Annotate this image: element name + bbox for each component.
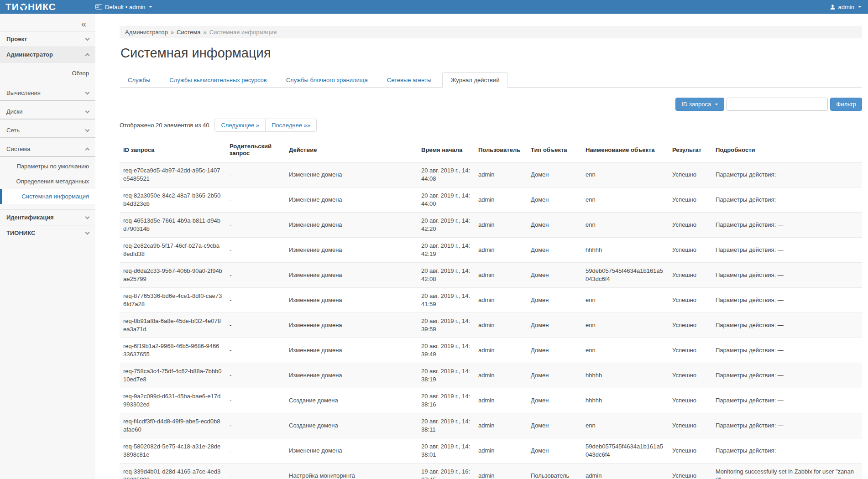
chevron-down-icon [85, 127, 90, 132]
col-header-details: Подробности [712, 138, 862, 162]
table-row: req-87765336-bd6e-4ce1-8df0-cae736fd7a28… [120, 288, 862, 313]
details-cell: Параметры действия: — [712, 388, 862, 413]
parent-request-cell: - [226, 213, 285, 238]
logo[interactable]: ТИ НИКС [0, 1, 95, 12]
filter-toolbar: ID запроса Фильтр [120, 98, 862, 111]
sidebar-collapse-row: « [0, 14, 95, 31]
details-cell: Параметры действия: — [712, 238, 862, 263]
result-cell: Успешно [669, 288, 712, 313]
sidebar-item-label: Проект [6, 36, 27, 42]
parent-request-cell: - [226, 388, 285, 413]
start-time-cell: 20 авг. 2019 г., 14:42:08 [418, 263, 475, 288]
user-cell: admin [475, 263, 527, 288]
pager: Следующее » Последнее »» [214, 119, 317, 132]
result-cell: Успешно [669, 187, 712, 213]
col-header-parent-request: Родительский запрос [226, 138, 285, 162]
chevron-down-icon [715, 104, 718, 105]
parent-request-cell: - [226, 313, 285, 338]
start-time-cell: 20 авг. 2019 г., 14:44:00 [418, 187, 475, 213]
admin-panel: Обзор Вычисления Диски Сеть Система Пара… [0, 62, 95, 207]
filter-submit-button[interactable]: Фильтр [830, 98, 862, 111]
next-page-button[interactable]: Следующее » [215, 119, 265, 131]
start-time-cell: 20 авг. 2019 г., 14:39:49 [418, 338, 475, 363]
object-name-cell: enn [582, 338, 669, 363]
sidebar-item-tionix[interactable]: ТИОНИКС [0, 225, 95, 240]
table-row: req-e70ca9d5-4b97-42dd-a95c-1407e5485521… [120, 162, 862, 187]
filter-field-dropdown[interactable]: ID запроса [675, 98, 724, 111]
details-cell: Параметры действия: — [712, 413, 862, 438]
chevron-up-icon [85, 147, 90, 152]
page-title: Системная информация [120, 46, 862, 61]
col-header-object-type: Тип объекта [527, 138, 582, 162]
action-cell: Изменение домена [285, 213, 418, 238]
tab-action-log[interactable]: Журнал действий [442, 72, 507, 88]
parent-request-cell: - [226, 187, 285, 213]
breadcrumb-system[interactable]: Система [177, 29, 200, 36]
tab-network-agents[interactable]: Сетевые агенты [379, 72, 440, 88]
details-cell: Параметры действия: — [712, 162, 862, 187]
sidebar-collapse-button[interactable]: « [81, 19, 86, 28]
table-row: req-9a2c099d-d631-45ba-bae6-e17d993302ed… [120, 388, 862, 413]
request-id-cell: req-46513d5e-7661-4b9a-b811-d94bd790314b [120, 213, 226, 238]
context-switcher[interactable]: Default • admin [95, 4, 152, 10]
tab-compute-services[interactable]: Службы вычислительных ресурсов [161, 72, 275, 88]
object-type-cell: Домен [527, 413, 582, 438]
start-time-cell: 20 авг. 2019 г., 14:42:19 [418, 238, 475, 263]
logo-text-left: ТИ [5, 1, 19, 12]
object-name-cell: admin [582, 463, 669, 479]
tab-services[interactable]: Службы [120, 72, 158, 88]
start-time-cell: 20 авг. 2019 г., 14:41:59 [418, 288, 475, 313]
user-cell: admin [475, 463, 527, 479]
result-cell: Успешно [669, 363, 712, 388]
request-id-cell: req-87765336-bd6e-4ce1-8df0-cae736fd7a28 [120, 288, 226, 313]
tab-block-storage-services[interactable]: Службы блочного хранилища [278, 72, 376, 88]
filter-input[interactable] [727, 98, 828, 111]
sidebar-section-volumes[interactable]: Диски [0, 103, 95, 120]
sidebar-item-identity[interactable]: Идентификация [0, 209, 95, 225]
main-area: Администратор»Система»Системная информац… [95, 14, 868, 479]
user-cell: admin [475, 213, 527, 238]
col-header-request-id: ID запроса [120, 138, 226, 162]
breadcrumb-admin[interactable]: Администратор [125, 29, 168, 36]
sidebar-section-system[interactable]: Система [0, 140, 95, 157]
sidebar-item-overview[interactable]: Обзор [0, 65, 95, 82]
sidebar-section-network[interactable]: Сеть [0, 121, 95, 138]
details-cell: Параметры действия: — [712, 438, 862, 463]
last-page-button[interactable]: Последнее »» [265, 119, 316, 131]
details-cell: Параметры действия: — [712, 213, 862, 238]
parent-request-cell: - [226, 238, 285, 263]
sidebar-section-compute[interactable]: Вычисления [0, 84, 95, 101]
action-cell: Изменение домена [285, 363, 418, 388]
section-label: Система [6, 146, 30, 152]
parent-request-cell: - [226, 438, 285, 463]
context-label: Default • admin [105, 4, 145, 10]
user-menu[interactable]: admin [830, 4, 868, 10]
result-cell: Успешно [669, 438, 712, 463]
sidebar-item-metadata-defs[interactable]: Определения метаданных [0, 174, 95, 189]
sidebar-item-admin[interactable]: Администратор [0, 47, 95, 62]
details-cell: Параметры действия: — [712, 288, 862, 313]
sidebar-item-system-info[interactable]: Системная информация [0, 189, 95, 204]
object-name-cell: enn [582, 288, 669, 313]
object-type-cell: Пользователь [527, 463, 582, 479]
user-cell: admin [475, 338, 527, 363]
sidebar-item-defaults[interactable]: Параметры по умолчанию [0, 159, 95, 174]
table-row: req-d6da2c33-9567-406b-90a0-2f94bae25799… [120, 263, 862, 288]
object-type-cell: Домен [527, 388, 582, 413]
result-cell: Успешно [669, 162, 712, 187]
request-id-cell: req-8b91af8a-6a8e-45de-bf32-4e078ea3a71d [120, 313, 226, 338]
table-row: req-758ca3c4-75df-4c62-b88a-7bbb010ed7e8… [120, 363, 862, 388]
action-cell: Изменение домена [285, 263, 418, 288]
object-name-cell: 59deb057545f4634a1b161a5043dc6f4 [582, 438, 669, 463]
start-time-cell: 20 авг. 2019 г., 14:42:20 [418, 213, 475, 238]
action-cell: Изменение домена [285, 238, 418, 263]
table-header-row: ID запроса Родительский запрос Действие … [120, 138, 862, 162]
sidebar-item-label: Идентификация [6, 214, 54, 221]
table-row: req-5802082d-5e75-4c18-a31e-28de3898c81e… [120, 438, 862, 463]
parent-request-cell: - [226, 162, 285, 187]
start-time-cell: 20 авг. 2019 г., 14:38:16 [418, 388, 475, 413]
section-label: Сеть [6, 127, 20, 134]
sidebar-item-project[interactable]: Проект [0, 31, 95, 47]
action-cell: Создание домена [285, 413, 418, 438]
request-id-cell: req-6f19b1a2-9968-46b5-9686-946633637655 [120, 338, 226, 363]
